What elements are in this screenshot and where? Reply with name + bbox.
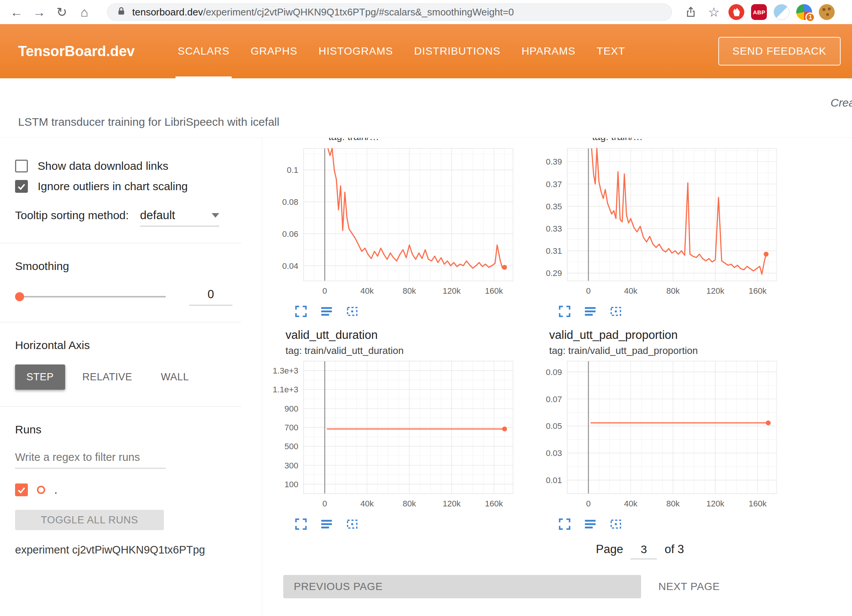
previous-page-button[interactable]: PREVIOUS PAGE (283, 575, 641, 598)
axis-wall-button[interactable]: WALL (150, 364, 200, 390)
nav-tabs: SCALARS GRAPHS HISTOGRAMS DISTRIBUTIONS … (167, 24, 636, 78)
url-text: tensorboard.dev/experiment/cj2vtPiwQHKN9… (132, 6, 514, 18)
experiment-description: LSTM transducer training for LibriSpeech… (18, 116, 279, 128)
url-bar[interactable]: tensorboard.dev/experiment/cj2vtPiwQHKN9… (107, 3, 672, 21)
slider-thumb[interactable] (15, 292, 24, 301)
next-page-button[interactable]: NEXT PAGE (658, 581, 720, 593)
abp-extension-icon[interactable]: ABP (751, 4, 767, 20)
svg-text:0.33: 0.33 (546, 224, 562, 233)
fullscreen-icon[interactable] (293, 516, 309, 532)
chart-tag: tag: train/valid_utt_duration (286, 345, 536, 357)
svg-text:0.29: 0.29 (546, 268, 562, 278)
home-icon[interactable]: ⌂ (75, 2, 94, 22)
svg-text:0.01: 0.01 (546, 476, 562, 485)
fullscreen-icon[interactable] (557, 303, 573, 319)
line-chart[interactable]: 040k80k120k160k0.290.310.330.350.370.39 (536, 145, 799, 303)
data-table-icon[interactable] (582, 303, 598, 319)
svg-text:500: 500 (284, 442, 298, 451)
svg-text:900: 900 (284, 404, 298, 413)
tab-graphs[interactable]: GRAPHS (240, 24, 308, 78)
chart-card-clipped-2: tag: train/… 040k80k120k160k0.290.310.33… (536, 138, 799, 319)
page-label: Page (596, 543, 623, 556)
divider (0, 406, 241, 407)
run-checkbox[interactable] (15, 483, 28, 496)
tooltip-sorting-value: default (140, 209, 175, 222)
svg-text:80k: 80k (666, 499, 680, 508)
data-table-icon[interactable] (582, 516, 598, 532)
show-download-links-checkbox[interactable] (15, 160, 28, 172)
data-table-icon[interactable] (319, 303, 334, 319)
fit-domain-icon[interactable] (344, 303, 360, 319)
line-chart[interactable]: 040k80k120k160k0.040.060.080.1 (272, 145, 536, 303)
svg-text:0.03: 0.03 (546, 448, 562, 458)
data-table-icon[interactable] (319, 516, 334, 532)
line-chart[interactable]: 040k80k120k160k0.010.030.050.070.09 (536, 358, 799, 516)
chart-tag-clipped: tag: train/… (328, 138, 379, 142)
tab-scalars[interactable]: SCALARS (167, 24, 240, 78)
fullscreen-icon[interactable] (293, 303, 309, 319)
run-list-item: . (15, 483, 241, 496)
svg-text:0.09: 0.09 (546, 367, 562, 377)
reload-icon[interactable]: ↻ (52, 2, 72, 22)
chart-card-valid-utt-duration: valid_utt_duration tag: train/valid_utt_… (272, 319, 536, 532)
svg-text:0.39: 0.39 (546, 157, 562, 166)
cookie-extension-icon[interactable] (819, 4, 835, 20)
profile-avatar-icon[interactable]: 1 (796, 4, 812, 20)
toggle-all-runs-button[interactable]: TOGGLE ALL RUNS (15, 510, 164, 530)
horizontal-axis-label: Horizontal Axis (15, 339, 241, 352)
svg-text:0.37: 0.37 (546, 180, 562, 189)
send-feedback-button[interactable]: SEND FEEDBACK (718, 37, 841, 66)
runs-label: Runs (15, 423, 241, 436)
bookmark-star-icon[interactable]: ☆ (708, 5, 719, 20)
chart-title: valid_utt_duration (286, 328, 536, 342)
svg-text:0.35: 0.35 (546, 202, 562, 211)
svg-text:0.31: 0.31 (546, 246, 562, 256)
ignore-outliers-checkbox[interactable] (15, 180, 28, 193)
tab-distributions[interactable]: DISTRIBUTIONS (403, 24, 511, 78)
tab-histograms[interactable]: HISTOGRAMS (308, 24, 404, 78)
divider (0, 322, 241, 322)
svg-text:0: 0 (586, 286, 591, 296)
run-color-ring-icon (37, 486, 45, 494)
chart-card-valid-utt-pad-proportion: valid_utt_pad_proportion tag: train/vali… (536, 319, 799, 532)
svg-text:80k: 80k (666, 286, 680, 296)
axis-step-button[interactable]: STEP (15, 364, 65, 390)
svg-text:0: 0 (586, 499, 591, 508)
show-download-links-label: Show data download links (38, 160, 168, 172)
back-icon[interactable]: ← (7, 2, 26, 22)
svg-text:40k: 40k (624, 499, 638, 508)
svg-text:0.07: 0.07 (546, 395, 562, 404)
svg-text:0.1: 0.1 (287, 165, 298, 175)
smoothing-value-input[interactable]: 0 (189, 288, 232, 305)
pagination: Page 3 of 3 (596, 543, 852, 559)
svg-text:0: 0 (322, 286, 327, 296)
smoothing-slider[interactable] (15, 290, 166, 303)
axis-relative-button[interactable]: RELATIVE (71, 364, 144, 390)
line-chart[interactable]: 040k80k120k160k1003005007009001.1e+31.3e… (272, 358, 536, 516)
fit-domain-icon[interactable] (344, 516, 360, 532)
page-number-input[interactable]: 3 (631, 543, 657, 559)
svg-text:80k: 80k (403, 286, 416, 296)
charts-panel: tag: train/… 040k80k120k160k0.040.060.08… (262, 138, 852, 616)
screenshot-extension-icon[interactable] (774, 4, 789, 20)
tooltip-sorting-label: Tooltip sorting method: (15, 209, 129, 222)
fullscreen-icon[interactable] (557, 516, 573, 532)
tooltip-sorting-dropdown[interactable]: default (140, 209, 219, 226)
share-icon[interactable] (681, 2, 701, 22)
tab-text[interactable]: TEXT (586, 24, 636, 78)
created-text-truncated: Crea (831, 96, 852, 109)
svg-text:100: 100 (284, 480, 298, 489)
svg-text:120k: 120k (706, 499, 725, 508)
svg-text:40k: 40k (624, 286, 638, 296)
svg-text:160k: 160k (749, 499, 767, 508)
tab-hparams[interactable]: HPARAMS (511, 24, 586, 78)
adblock-icon[interactable] (728, 4, 744, 20)
subheader: Crea LSTM transducer training for LibriS… (0, 78, 852, 138)
slider-track (15, 296, 166, 297)
smoothing-label: Smoothing (15, 260, 241, 273)
fit-domain-icon[interactable] (608, 303, 624, 319)
svg-text:1.1e+3: 1.1e+3 (273, 385, 298, 394)
fit-domain-icon[interactable] (608, 516, 624, 532)
forward-icon[interactable]: → (29, 2, 49, 22)
runs-filter-input[interactable] (15, 449, 166, 468)
